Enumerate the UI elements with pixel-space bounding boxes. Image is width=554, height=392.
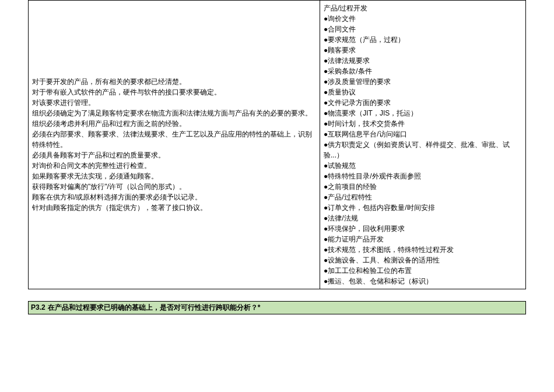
left-p2: 对于带有嵌入式软件的产品，硬件与软件的接口要求要确定。 [32, 87, 316, 97]
right-b19: ●法律/法规 [324, 213, 522, 223]
left-p5: 组织必须考虑并利用产品和过程方面之前的经验。 [32, 118, 316, 129]
right-b14: ●试验规范 [324, 160, 522, 171]
right-b1: ●询价文件 [324, 13, 522, 24]
right-b3: ●要求规范（产品，过程） [324, 34, 522, 45]
right-b7: ●涉及质量管理的要求 [324, 76, 522, 87]
right-b10: ●物流要求（JIT，JIS，托运） [324, 108, 522, 118]
right-title: 产品/过程开发 [324, 3, 522, 13]
requirements-table: 对于要开发的产品，所有相关的要求都已经清楚。 对于带有嵌入式软件的产品，硬件与软… [28, 0, 526, 289]
right-b9: ●文件记录方面的要求 [324, 97, 522, 108]
right-b17: ●产品/过程特性 [324, 192, 522, 202]
left-p3: 对该要求进行管理。 [32, 97, 316, 108]
right-column: 产品/过程开发 ●询价文件 ●合同文件 ●要求规范（产品，过程） ●顾客要求 ●… [320, 1, 525, 289]
right-b21: ●能力证明产品开发 [324, 234, 522, 244]
right-b22: ●技术规范，技术图纸，特殊特性过程开发 [324, 244, 522, 255]
left-p1: 对于要开发的产品，所有相关的要求都已经清楚。 [32, 76, 316, 87]
left-p10: 获得顾客对偏离的"放行"/许可（以合同的形式）。 [32, 181, 316, 192]
left-column: 对于要开发的产品，所有相关的要求都已经清楚。 对于带有嵌入式软件的产品，硬件与软… [29, 1, 320, 289]
right-b18: ●订单文件，包括内容数量/时间安排 [324, 202, 522, 213]
left-p6: 必须在内部要求、顾客要求、法律法规要求、生产工艺以及产品应用的特性的基础上，识别… [32, 129, 316, 150]
right-b12: ●互联网信息平台/访问端口 [324, 129, 522, 139]
left-p4: 组织必须确定为了满足顾客特定要求在物流方面和法律法规方面与产品有关的必要的要求。 [32, 108, 316, 118]
right-b13: ●供方职责定义（例如资质认可、样件提交、批准、审批、试验...） [324, 139, 522, 160]
right-b2: ●合同文件 [324, 24, 522, 34]
right-b4: ●顾客要求 [324, 45, 522, 55]
left-p9: 如果顾客要求无法实现，必须通知顾客。 [32, 171, 316, 181]
left-p11: 顾客在供方和/或原材料选择方面的要求必须予以记录。 [32, 192, 316, 202]
right-b11: ●时间计划，技术交货条件 [324, 118, 522, 129]
right-b6: ●采购条款/条件 [324, 66, 522, 76]
section-text: 在产品和过程要求已明确的基础上，是否对可行性进行跨职能分析？* [48, 303, 261, 312]
section-code: P3.2 [31, 303, 45, 312]
right-b23: ●设施设备、工具、检测设备的适用性 [324, 255, 522, 265]
right-b5: ●法律法规要求 [324, 55, 522, 66]
left-p8: 对询价和合同文本的完整性进行检查。 [32, 160, 316, 171]
right-b25: ●搬运、包装、仓储和标记（标识） [324, 276, 522, 286]
left-p12: 针对由顾客指定的供方（指定供方），签署了接口协议。 [32, 202, 316, 213]
right-b24: ●加工工位和检验工位的布置 [324, 265, 522, 276]
right-b8: ●质量协议 [324, 87, 522, 97]
left-p7: 必须具备顾客对于产品和过程的质量要求。 [32, 150, 316, 160]
section-header-p32: P3.2在产品和过程要求已明确的基础上，是否对可行性进行跨职能分析？* [28, 301, 526, 314]
right-b15: ●特殊特性目录/外观件表面参照 [324, 171, 522, 181]
right-b20: ●环境保护，回收利用要求 [324, 223, 522, 234]
right-b16: ●之前项目的经验 [324, 181, 522, 192]
